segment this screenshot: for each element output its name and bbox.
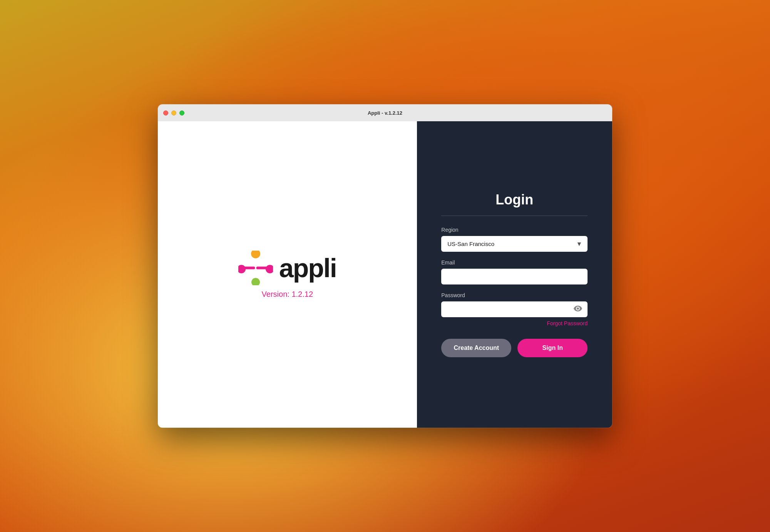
region-select-wrapper: US-San Francisco US-New York EU-London A…: [441, 236, 588, 252]
password-input[interactable]: [441, 301, 588, 317]
eye-icon[interactable]: [574, 305, 582, 313]
password-wrapper: [441, 301, 588, 317]
window-body: appli Version: 1.2.12 Login Region US-Sa…: [158, 121, 612, 428]
region-label: Region: [441, 227, 588, 233]
version-label: Version: 1.2.12: [262, 290, 313, 299]
forgot-password-link[interactable]: Forgot Password: [441, 320, 588, 326]
email-label: Email: [441, 259, 588, 266]
password-group: Password Forgot Password: [441, 292, 588, 326]
email-input[interactable]: [441, 269, 588, 284]
form-divider: [441, 216, 588, 216]
svg-point-0: [251, 251, 260, 258]
sign-in-button[interactable]: Sign In: [517, 339, 588, 357]
password-label: Password: [441, 292, 588, 298]
window-title: Appli - v.1.2.12: [368, 110, 402, 116]
create-account-button[interactable]: Create Account: [441, 339, 511, 357]
left-panel: appli Version: 1.2.12: [158, 121, 417, 428]
region-group: Region US-San Francisco US-New York EU-L…: [441, 227, 588, 252]
svg-point-3: [251, 278, 260, 285]
email-group: Email: [441, 259, 588, 284]
login-form: Login Region US-San Francisco US-New Yor…: [441, 192, 588, 357]
right-panel: Login Region US-San Francisco US-New Yor…: [417, 121, 612, 428]
logo-container: appli Version: 1.2.12: [238, 251, 336, 299]
region-select[interactable]: US-San Francisco US-New York EU-London A…: [441, 236, 588, 252]
minimize-button[interactable]: [171, 110, 176, 115]
traffic-lights: [163, 110, 184, 115]
titlebar: Appli - v.1.2.12: [158, 104, 612, 121]
appli-logo-icon: [238, 251, 273, 285]
buttons-row: Create Account Sign In: [441, 339, 588, 357]
maximize-button[interactable]: [179, 110, 184, 115]
login-title: Login: [441, 192, 588, 208]
app-window: Appli - v.1.2.12: [158, 104, 612, 428]
logo-row: appli: [238, 251, 336, 285]
close-button[interactable]: [163, 110, 168, 115]
app-name: appli: [279, 253, 336, 283]
